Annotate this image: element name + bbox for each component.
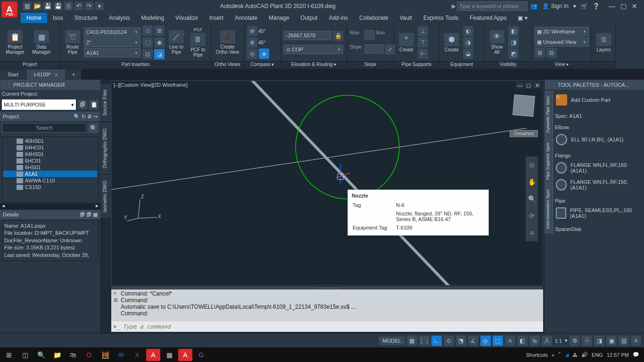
sup-btn-1[interactable]: ⊥: [418, 26, 428, 36]
eq-btn-1[interactable]: ◐: [463, 26, 473, 36]
project-search-input[interactable]: Search: [2, 123, 87, 132]
tp-item-elbow-1[interactable]: ELL 90 LR,BV,, (A1A1): [555, 131, 642, 148]
qat-more-icon[interactable]: ▾: [95, 2, 104, 10]
pi-btn-4[interactable]: ◉: [154, 37, 165, 48]
pm-search-icon[interactable]: 🔍: [74, 114, 80, 120]
compass-btn-2[interactable]: ◉: [259, 49, 269, 59]
cmd-options-icon[interactable]: ⚙: [113, 297, 121, 304]
navigation-bar[interactable]: ◎ ✋ 🔍 ⟳ ≡: [526, 156, 538, 241]
visual-style-dropdown[interactable]: ▦ 2D Wireframe▼: [535, 27, 589, 36]
qat-new-icon[interactable]: ▥: [23, 2, 31, 10]
sb-3dosnap-icon[interactable]: ⬚: [493, 336, 503, 346]
close-tab-icon[interactable]: ×: [55, 71, 58, 78]
tab-isos[interactable]: Isos: [47, 13, 69, 23]
model-space-button[interactable]: MODEL: [379, 337, 405, 345]
store-icon[interactable]: 🛍: [66, 349, 80, 361]
tab-vault[interactable]: Vault: [394, 13, 417, 23]
sb-cycle-icon[interactable]: ⇆: [529, 336, 540, 346]
tray-network-icon[interactable]: 🖧: [572, 352, 578, 358]
tab-manage[interactable]: Manage: [263, 13, 295, 23]
tray-volume-icon[interactable]: 🔊: [581, 352, 588, 358]
vis-btn-2[interactable]: ◨: [508, 37, 519, 48]
sb-otrack-icon[interactable]: ∠: [468, 336, 479, 346]
sign-in-button[interactable]: 👤 Sign In: [542, 3, 569, 9]
pi-btn-1[interactable]: ◇: [142, 25, 153, 36]
tray-lang[interactable]: ENG: [592, 352, 603, 358]
cart-icon[interactable]: 🛒: [581, 3, 588, 9]
drawing-canvas[interactable]: [–][Custom View][2D Wireframe] — ▢ ✕ Unn…: [111, 81, 543, 286]
doctab-file[interactable]: t-6109*×: [26, 69, 66, 80]
view-btn-2[interactable]: ⊟: [546, 48, 557, 58]
excel-icon[interactable]: X: [130, 349, 144, 361]
tab-annotate[interactable]: Annotate: [229, 13, 263, 23]
app-icon-2[interactable]: ▦: [162, 349, 176, 361]
nav-orbit-icon[interactable]: ⟳: [529, 212, 535, 220]
project-search-button[interactable]: 🔍: [88, 123, 99, 133]
maximize-button[interactable]: ▢: [619, 2, 628, 10]
nav-showmore-icon[interactable]: ≡: [530, 229, 534, 237]
tray-notifications-icon[interactable]: 💬: [633, 352, 639, 358]
tab-modeling[interactable]: Modeling: [135, 13, 170, 23]
search-taskbar-icon[interactable]: 🔍: [34, 349, 48, 361]
line-to-pipe-button[interactable]: ／Line to Pipe: [166, 30, 186, 55]
pm-refresh-icon[interactable]: ↻: [82, 114, 86, 120]
sb-polar-icon[interactable]: ⊙: [444, 336, 454, 346]
eq-btn-2[interactable]: ◑: [463, 37, 473, 48]
opera-icon[interactable]: O: [82, 349, 96, 361]
compass-btn-1[interactable]: ◎: [247, 49, 257, 59]
pm-copy-icon[interactable]: 🗐: [78, 100, 87, 109]
sb-trans-icon[interactable]: ◧: [517, 336, 528, 346]
spec-dropdown[interactable]: C410-P61010124▼: [84, 27, 140, 37]
tray-up-icon[interactable]: ˄: [558, 352, 561, 358]
show-all-button[interactable]: 👁Show All: [487, 30, 506, 55]
det-ic-2[interactable]: 🗐: [86, 212, 91, 218]
calc-icon[interactable]: 🧮: [98, 349, 112, 361]
app-icon-3[interactable]: G: [194, 349, 208, 361]
cmd-close-icon[interactable]: ×: [113, 290, 121, 297]
vis-btn-1[interactable]: ◧: [508, 26, 519, 36]
autocad-taskbar-icon[interactable]: A: [146, 349, 160, 361]
pm-paste-icon[interactable]: 📋: [89, 100, 99, 109]
sb-ortho-icon[interactable]: ∟: [431, 336, 442, 346]
pi-btn-3[interactable]: ⬚: [142, 37, 153, 48]
sb-lw-icon[interactable]: ≡: [505, 336, 515, 346]
pcf-to-pipe-button[interactable]: PCF🗎PCF to Pipe: [188, 27, 208, 58]
project-tree[interactable]: 40HS01 64HC01 64HS01 6HC01 6HS01 A1A1 AW…: [2, 136, 99, 202]
tree-item[interactable]: CS150: [3, 184, 97, 190]
qat-save-icon[interactable]: 💾: [43, 2, 52, 10]
doctab-new[interactable]: +: [66, 69, 82, 80]
tab-featured[interactable]: Featured Apps: [464, 13, 512, 23]
tree-item[interactable]: AWWA C110: [3, 177, 97, 184]
sb-ws-icon[interactable]: ➕: [582, 336, 592, 346]
pi-btn-6[interactable]: ◪: [154, 49, 165, 59]
doctab-start[interactable]: Start: [0, 69, 26, 80]
create-ortho-button[interactable]: ⬛Create Ortho View: [214, 30, 241, 55]
tab-analysis[interactable]: Analysis: [103, 13, 136, 23]
tp-tab-dynspec[interactable]: Dynamic Pipe Spec: [545, 91, 553, 137]
task-view-icon[interactable]: ◫: [18, 349, 32, 361]
sb-iso-icon[interactable]: ⬔: [456, 336, 466, 346]
help-search-input[interactable]: Type a keyword or phrase: [457, 1, 528, 11]
tree-item[interactable]: 6HS01: [3, 164, 97, 171]
route-pipe-button[interactable]: ➰Route Pipe: [63, 30, 82, 55]
sup-btn-2[interactable]: ⊤: [418, 37, 428, 48]
autocad-taskbar-icon-2[interactable]: A: [178, 349, 192, 361]
help-icon[interactable]: ❔: [593, 3, 600, 9]
tp-item-pipe-1[interactable]: PIPE, SEAMLESS,PL,,160 (A1A1): [555, 205, 642, 222]
sb-grid-icon[interactable]: ▦: [407, 336, 417, 346]
tab-output[interactable]: Output: [295, 13, 323, 23]
det-ic-1[interactable]: 🗐: [80, 212, 85, 218]
sb-ann-icon[interactable]: ◨: [594, 336, 604, 346]
tree-item-selected[interactable]: A1A1: [3, 171, 97, 177]
tab-structure[interactable]: Structure: [69, 13, 103, 23]
pm-tree-icon[interactable]: ♻: [87, 114, 92, 120]
qat-redo-icon[interactable]: ↷: [85, 2, 93, 10]
nav-pan-icon[interactable]: ✋: [528, 178, 536, 186]
sidetab-iso[interactable]: Isometric DWG: [101, 175, 110, 218]
eq-btn-3[interactable]: ◒: [463, 49, 473, 59]
shortcuts-label[interactable]: Shortcuts: [526, 352, 547, 358]
sb-snap-icon[interactable]: ⋮⋮: [419, 336, 429, 346]
nav-zoom-icon[interactable]: 🔍: [528, 195, 536, 203]
project-manager-button[interactable]: 📋Project Manager: [3, 30, 27, 55]
pi-btn-5[interactable]: ⊡: [142, 49, 153, 59]
